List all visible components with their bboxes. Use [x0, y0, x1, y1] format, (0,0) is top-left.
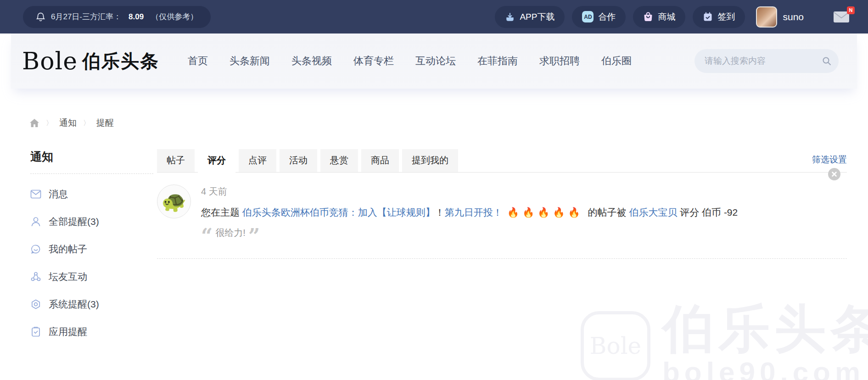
mall-label: 商城: [658, 11, 675, 23]
sidebar-item-label: 系统提醒(3): [49, 298, 99, 311]
app-download-button[interactable]: APP下载: [495, 6, 565, 28]
breadcrumb-separator: 〉: [46, 119, 53, 128]
tab-rewards[interactable]: 悬赏: [320, 149, 358, 172]
topic-link[interactable]: 伯乐头条欧洲杯伯币竞猜：加入【让球规则】: [242, 207, 435, 218]
notifications-main: 帖子 评分 点评 活动 悬赏 商品 提到我的 筛选设置 🐢 4 天前 您在主题 …: [157, 149, 868, 259]
sidebar-item-label: 我的帖子: [49, 243, 87, 256]
checkin-button[interactable]: 签到: [693, 6, 745, 28]
username: suno: [783, 11, 804, 22]
checkin-label: 签到: [717, 11, 735, 23]
tab-posts[interactable]: 帖子: [157, 149, 195, 172]
notification-tabs: 帖子 评分 点评 活动 悬赏 商品 提到我的 筛选设置: [157, 149, 847, 173]
notification-item: 🐢 4 天前 您在主题 伯乐头条欧洲杯伯币竞猜：加入【让球规则】！第九日开投！ …: [157, 173, 847, 259]
tab-comments[interactable]: 点评: [239, 149, 276, 172]
nav-item-video[interactable]: 头条视频: [291, 54, 332, 68]
sidebar-item-system-reminders[interactable]: 系统提醒(3): [30, 291, 157, 318]
system-hexagon-icon: [30, 299, 41, 310]
mall-button[interactable]: 商城: [633, 6, 685, 28]
sidebar-item-label: 坛友互动: [49, 270, 87, 283]
tab-activities[interactable]: 活动: [280, 149, 317, 172]
sidebar-item-all-reminders[interactable]: 全部提醒(3): [30, 208, 157, 235]
notification-message: 您在主题 伯乐头条欧洲杯伯币竞猜：加入【让球规则】！第九日开投！ 🔥🔥🔥🔥🔥 的…: [201, 206, 738, 219]
main-nav: 首页 头条新闻 头条视频 体育专栏 互动论坛 在菲指南 求职招聘 伯乐圈: [188, 54, 632, 68]
sidebar-item-my-posts[interactable]: 我的帖子: [30, 235, 157, 263]
fire-emojis: 🔥🔥🔥🔥🔥: [507, 207, 583, 218]
envelope-icon: [30, 190, 41, 199]
message-prefix: 您在主题: [201, 207, 242, 218]
ad-icon: AD: [582, 11, 594, 22]
tab-goods[interactable]: 商品: [361, 149, 399, 172]
notification-time: 4 天前: [201, 185, 738, 198]
search-icon[interactable]: [822, 56, 832, 66]
sidebar-title: 通知: [30, 149, 157, 164]
site-logo[interactable]: Bole 伯乐头条: [22, 47, 159, 75]
checkin-calendar-icon: [703, 11, 713, 22]
message-suffix: 评分 伯币 -92: [677, 207, 738, 218]
filter-settings-link[interactable]: 筛选设置: [812, 154, 847, 168]
sidebar-item-label: 消息: [49, 188, 68, 201]
clipboard-check-icon: [30, 326, 41, 337]
sidebar-item-interaction[interactable]: 坛友互动: [30, 263, 157, 291]
message-exclaim: ！: [435, 207, 445, 218]
cooperation-button[interactable]: AD 合作: [572, 6, 626, 28]
site-header: Bole 伯乐头条 首页 头条新闻 头条视频 体育专栏 互动论坛 在菲指南 求职…: [11, 34, 857, 89]
quote-text: 很给力!: [215, 227, 246, 239]
nav-item-jobs[interactable]: 求职招聘: [539, 54, 580, 68]
breadcrumb: 〉 通知 〉 提醒: [29, 117, 868, 129]
nav-item-circle[interactable]: 伯乐圈: [601, 54, 632, 68]
nav-item-guide[interactable]: 在菲指南: [477, 54, 518, 68]
notification-avatar[interactable]: 🐢: [157, 184, 191, 218]
topbar: 6月27日-三方汇率：8.09（仅供参考） APP下载 AD 合作: [0, 0, 868, 34]
shop-bag-icon: [643, 11, 653, 22]
cooperation-label: 合作: [598, 11, 616, 23]
download-icon: [505, 12, 515, 22]
sidebar-item-messages[interactable]: 消息: [30, 180, 157, 208]
nav-item-sports[interactable]: 体育专栏: [353, 54, 394, 68]
nav-item-news[interactable]: 头条新闻: [230, 54, 270, 68]
notice-suffix: （仅供参考）: [151, 11, 198, 22]
person-icon: [30, 216, 41, 227]
bell-icon: [36, 11, 45, 22]
mail-new-badge: N: [847, 6, 855, 14]
rater-user-link[interactable]: 伯乐大宝贝: [629, 207, 677, 218]
exchange-rate-notice[interactable]: 6月27日-三方汇率：8.09（仅供参考）: [23, 6, 211, 28]
nav-item-home[interactable]: 首页: [188, 54, 208, 68]
sidebar-item-app-reminders[interactable]: 应用提醒: [30, 318, 157, 346]
message-middle: 的帖子被: [585, 207, 629, 218]
search-input[interactable]: [705, 56, 817, 66]
logo-en-text: Bole: [22, 47, 78, 75]
notice-rate: 8.09: [129, 12, 144, 22]
sidebar-item-label: 应用提醒: [49, 325, 87, 338]
breadcrumb-remind: 提醒: [96, 117, 114, 129]
topic-link-2[interactable]: 第九日开投！: [445, 207, 503, 218]
nav-item-forum[interactable]: 互动论坛: [415, 54, 456, 68]
home-icon[interactable]: [29, 118, 39, 128]
notice-sidebar: 通知 消息 全部提醒(3): [0, 149, 157, 346]
user-avatar: [756, 6, 777, 28]
topbar-actions: APP下载 AD 合作 商城 签: [495, 6, 850, 28]
logo-cn-text: 伯乐头条: [82, 49, 159, 74]
content-area: 通知 消息 全部提醒(3): [0, 149, 868, 346]
mail-button[interactable]: N: [833, 11, 850, 23]
breadcrumb-separator: 〉: [83, 119, 90, 128]
search-box: [694, 49, 839, 73]
close-icon[interactable]: [828, 168, 840, 180]
notice-label: 6月27日-三方汇率：: [51, 11, 121, 22]
tab-mentions[interactable]: 提到我的: [402, 149, 458, 172]
user-menu[interactable]: suno: [756, 6, 804, 28]
notification-quote: 很给力!: [201, 227, 738, 242]
sidebar-divider: [30, 173, 153, 174]
notification-body: 4 天前 您在主题 伯乐头条欧洲杯伯币竞猜：加入【让球规则】！第九日开投！ 🔥🔥…: [201, 184, 738, 243]
network-icon: [30, 271, 41, 282]
tab-ratings[interactable]: 评分: [198, 149, 235, 173]
chat-bubble-icon: [30, 244, 41, 255]
app-download-label: APP下载: [520, 11, 554, 23]
watermark-domain: bole90.com: [662, 356, 868, 380]
breadcrumb-notice[interactable]: 通知: [59, 117, 77, 129]
sidebar-item-label: 全部提醒(3): [49, 215, 99, 228]
